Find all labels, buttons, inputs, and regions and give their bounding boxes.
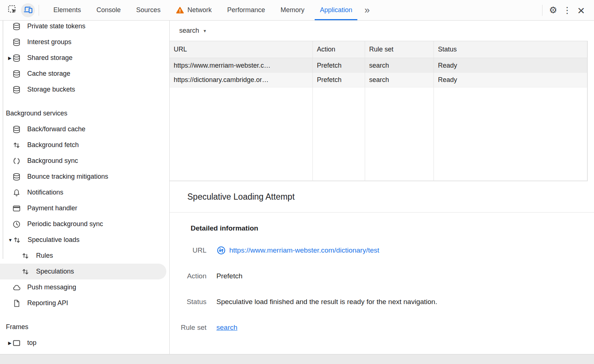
database-icon: [12, 54, 21, 63]
sidebar-item-label: Back/forward cache: [27, 125, 85, 133]
sidebar-item-label: Speculations: [36, 268, 74, 275]
up-down-arrows-icon: [21, 251, 30, 260]
devtools-body: Private state tokens Interest groups ▶ S…: [0, 21, 594, 354]
tab-elements[interactable]: Elements: [46, 0, 89, 20]
toggle-device-toolbar-button[interactable]: [21, 3, 35, 17]
tab-console[interactable]: Console: [89, 0, 128, 20]
sidebar-item-label: Reporting API: [27, 299, 68, 307]
frames-group: Frames ▶ top: [0, 319, 169, 351]
sidebar-item-notifications[interactable]: Notifications: [0, 185, 169, 200]
section-header-frames: Frames: [0, 319, 169, 335]
sidebar-item-interest-groups[interactable]: Interest groups: [0, 34, 169, 50]
sidebar-item-label: Speculative loads: [28, 236, 79, 244]
gear-icon: ⚙: [549, 5, 557, 15]
up-down-arrows-icon: [13, 236, 21, 245]
column-header-status[interactable]: Status: [434, 41, 587, 58]
database-icon: [12, 125, 21, 134]
rule-set-filter-dropdown[interactable]: search ▼: [179, 27, 207, 35]
section-header-background-services: Background services: [0, 106, 169, 121]
vertical-dots-icon: ⋮: [563, 5, 572, 15]
panel-tabs: Elements Console Sources Network Perform…: [46, 0, 374, 20]
sidebar-item-label: Push messaging: [27, 283, 76, 291]
close-devtools-button[interactable]: ×: [574, 3, 588, 17]
expand-caret-icon[interactable]: ▶: [0, 340, 12, 346]
bell-icon: [12, 188, 21, 197]
tab-performance[interactable]: Performance: [219, 0, 273, 20]
expand-caret-icon[interactable]: ▶: [0, 56, 12, 61]
toolbar-right: ⚙ ⋮ ×: [538, 3, 594, 17]
sidebar-item-periodic-background-sync[interactable]: Periodic background sync: [0, 216, 169, 232]
table-cell-status[interactable]: Ready: [434, 58, 587, 73]
tab-label: Application: [320, 6, 352, 14]
devtools-window: Elements Console Sources Network Perform…: [0, 0, 594, 364]
sync-icon: [12, 157, 21, 165]
sidebar-item-background-fetch[interactable]: Background fetch: [0, 137, 169, 153]
table-cell-status[interactable]: Ready: [434, 73, 587, 88]
inspect-element-button[interactable]: [5, 3, 19, 17]
detail-row-url: URL https://www.merriam-webster.com/dict…: [170, 246, 594, 255]
table-filler-cell: [170, 88, 313, 181]
sidebar-item-label: Private state tokens: [27, 22, 85, 30]
tab-sources[interactable]: Sources: [128, 0, 168, 20]
sidebar-item-rules[interactable]: Rules: [0, 248, 169, 264]
column-header-url[interactable]: URL: [170, 41, 313, 58]
table-cell-url[interactable]: https://dictionary.cambridge.or…: [170, 73, 313, 88]
sidebar-item-label: Background fetch: [27, 141, 79, 149]
action-value: Prefetch: [216, 271, 243, 281]
database-icon: [12, 85, 21, 94]
background-services-group: Background services Back/forward cache B…: [0, 106, 169, 311]
tab-network[interactable]: Network: [168, 0, 219, 20]
database-icon: [12, 38, 21, 47]
clock-icon: [12, 220, 21, 229]
tab-label: Memory: [280, 6, 304, 14]
sidebar-item-bounce-tracking-mitigations[interactable]: Bounce tracking mitigations: [0, 169, 169, 185]
table-cell-rule-set[interactable]: search: [365, 58, 434, 73]
collapse-caret-icon[interactable]: ▼: [0, 238, 13, 243]
sidebar-item-shared-storage[interactable]: ▶ Shared storage: [0, 50, 169, 66]
sidebar-item-payment-handler[interactable]: Payment handler: [0, 200, 169, 216]
inspect-cursor-icon: [7, 4, 17, 16]
sidebar-item-background-sync[interactable]: Background sync: [0, 153, 169, 169]
toolbar-divider: [39, 5, 39, 16]
settings-button[interactable]: ⚙: [546, 3, 560, 17]
sidebar-item-storage-buckets[interactable]: Storage buckets: [0, 82, 169, 97]
sidebar-item-push-messaging[interactable]: Push messaging: [0, 279, 169, 295]
sidebar-item-label: Notifications: [27, 189, 63, 196]
tab-application[interactable]: Application: [312, 0, 360, 20]
open-url-icon[interactable]: [216, 246, 226, 255]
table-filler-cell: [313, 88, 365, 181]
table-cell-url[interactable]: https://www.merriam-webster.c…: [170, 58, 313, 73]
dropdown-caret-icon: ▼: [203, 29, 207, 33]
table-cell-rule-set[interactable]: search: [365, 73, 434, 88]
close-icon: ×: [577, 4, 585, 17]
window-bottom-strip: [0, 354, 594, 364]
url-label: URL: [170, 246, 206, 255]
table-cell-action[interactable]: Prefetch: [313, 58, 365, 73]
cloud-icon: [12, 283, 21, 292]
column-header-rule-set[interactable]: Rule set: [365, 41, 434, 58]
detail-row-status: Status Speculative load finished and the…: [170, 297, 594, 307]
sidebar-item-label: Cache storage: [27, 70, 70, 78]
table-filler-cell: [434, 88, 587, 181]
tab-memory[interactable]: Memory: [273, 0, 312, 20]
url-link[interactable]: https://www.merriam-webster.com/dictiona…: [229, 246, 379, 255]
sidebar-scrollbar[interactable]: [3, 21, 3, 259]
sidebar-item-back-forward-cache[interactable]: Back/forward cache: [0, 121, 169, 137]
speculations-toolbar: search ▼: [170, 21, 594, 41]
sidebar-item-speculative-loads[interactable]: ▼ Speculative loads: [0, 232, 169, 248]
sidebar-item-label: Interest groups: [27, 38, 71, 46]
sidebar-item-cache-storage[interactable]: Cache storage: [0, 66, 169, 82]
sidebar-item-label: Storage buckets: [27, 86, 75, 93]
detail-row-action: Action Prefetch: [170, 271, 594, 281]
sidebar-item-reporting-api[interactable]: Reporting API: [0, 295, 169, 311]
detail-pane: Detailed information URL https://www.mer…: [170, 213, 594, 354]
rule-set-link[interactable]: search: [216, 323, 237, 332]
more-tabs-button[interactable]: »: [360, 0, 374, 20]
sidebar-item-speculations[interactable]: Speculations: [0, 264, 166, 279]
customize-menu-button[interactable]: ⋮: [560, 3, 574, 17]
sidebar-item-top-frame[interactable]: ▶ top: [0, 335, 169, 351]
column-header-action[interactable]: Action: [313, 41, 365, 58]
table-cell-action[interactable]: Prefetch: [313, 73, 365, 88]
tab-label: Console: [96, 6, 121, 14]
sidebar-item-private-state-tokens[interactable]: Private state tokens: [0, 21, 169, 34]
